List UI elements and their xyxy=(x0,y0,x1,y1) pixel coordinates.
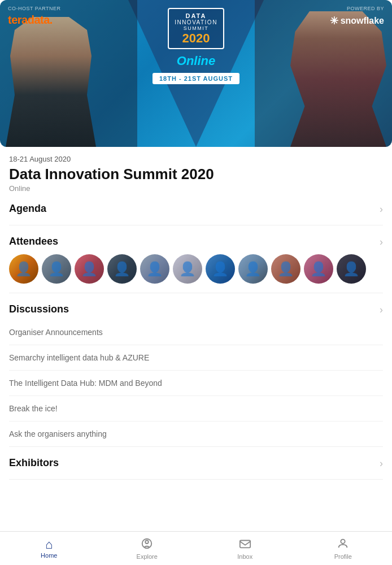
exhibitors-section: Exhibitors › xyxy=(9,447,383,480)
discussions-label: Discussions xyxy=(9,303,69,315)
event-location: Online xyxy=(9,184,383,193)
main-content: 18-21 August 2020 Data Innovation Summit… xyxy=(0,155,392,519)
agenda-label: Agenda xyxy=(9,203,46,215)
discussions-section: Discussions › Organiser Announcements Se… xyxy=(9,293,383,447)
attendee-avatar-5[interactable] xyxy=(140,254,169,284)
attendee-avatar-8[interactable] xyxy=(238,254,268,284)
attendee-avatar-4[interactable] xyxy=(107,254,137,284)
attendees-chevron-icon: › xyxy=(380,237,383,247)
discussion-item-4[interactable]: Break the ice! xyxy=(9,396,383,421)
date-badge: 18TH - 21ST AUGUST xyxy=(153,73,239,84)
discussion-item-5[interactable]: Ask the organisers anything xyxy=(9,421,383,446)
attendee-avatar-11[interactable] xyxy=(337,254,366,284)
discussion-item-1[interactable]: Organiser Announcements xyxy=(9,320,383,345)
online-badge: Online xyxy=(151,54,241,68)
discussions-chevron-icon: › xyxy=(380,305,383,315)
attendees-section: Attendees › xyxy=(9,225,383,293)
attendee-avatar-1[interactable] xyxy=(9,254,38,284)
agenda-chevron-icon: › xyxy=(380,204,383,214)
attendee-avatar-7[interactable] xyxy=(206,254,235,284)
attendee-avatar-10[interactable] xyxy=(304,254,333,284)
attendee-avatar-2[interactable] xyxy=(42,254,71,284)
speaker-left-silhouette xyxy=(6,17,96,147)
co-host-label: CO-HOST PARTNER xyxy=(8,6,61,11)
powered-by-label: POWERED BY xyxy=(347,6,384,11)
attendee-avatar-3[interactable] xyxy=(75,254,104,284)
agenda-row[interactable]: Agenda › xyxy=(9,193,383,225)
snowflake-icon: ✳ xyxy=(330,15,338,27)
event-date: 18-21 August 2020 xyxy=(9,155,383,163)
teradata-logo: teradata. xyxy=(8,14,53,27)
event-title: Data Innovation Summit 2020 xyxy=(9,166,383,183)
exhibitors-label: Exhibitors xyxy=(9,457,59,469)
attendee-avatar-9[interactable] xyxy=(271,254,300,284)
speaker-right-silhouette xyxy=(290,11,386,147)
attendees-label: Attendees xyxy=(9,236,58,247)
exhibitors-chevron-icon: › xyxy=(380,458,383,468)
attendees-header[interactable]: Attendees › xyxy=(9,225,383,254)
hero-banner: CO-HOST PARTNER teradata. POWERED BY ✳ s… xyxy=(0,0,392,147)
attendee-avatar-6[interactable] xyxy=(173,254,202,284)
discussion-item-3[interactable]: The Intelligent Data Hub: MDM and Beyond xyxy=(9,371,383,396)
event-logo-box: DATA INNOVATION SUMMIT 2020 xyxy=(168,8,224,49)
discussions-header[interactable]: Discussions › xyxy=(9,293,383,320)
snowflake-logo: ✳ snowflake xyxy=(330,15,384,27)
attendees-avatars-row xyxy=(9,254,383,284)
discussion-item-2[interactable]: Semarchy intelligent data hub & AZURE xyxy=(9,345,383,371)
exhibitors-row[interactable]: Exhibitors › xyxy=(9,447,383,480)
event-center-logo: DATA INNOVATION SUMMIT 2020 Online 18TH … xyxy=(151,8,241,84)
